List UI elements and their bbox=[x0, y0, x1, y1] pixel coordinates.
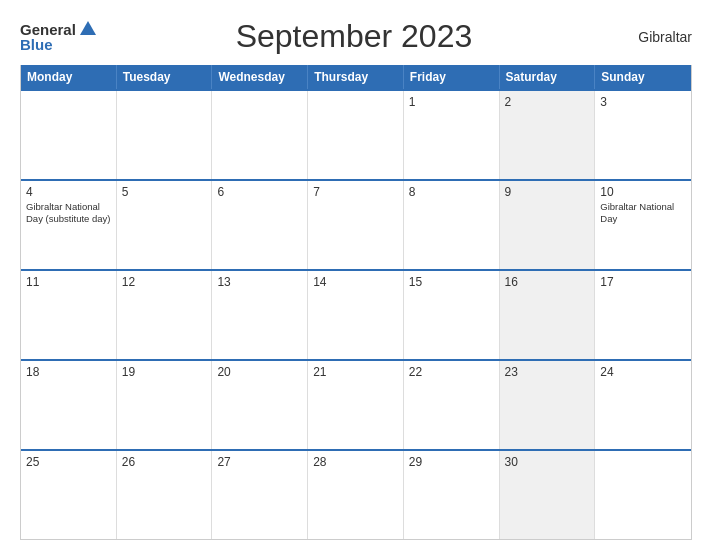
cal-cell: 30 bbox=[500, 451, 596, 539]
logo-triangle-icon bbox=[80, 21, 96, 35]
cal-cell bbox=[117, 91, 213, 179]
cal-cell: 23 bbox=[500, 361, 596, 449]
weekday-header: MondayTuesdayWednesdayThursdayFridaySatu… bbox=[21, 65, 691, 89]
week-row-2: 11121314151617 bbox=[21, 269, 691, 359]
day-number: 21 bbox=[313, 365, 398, 379]
event-label: Gibraltar National Day (substitute day) bbox=[26, 201, 111, 226]
cal-cell bbox=[595, 451, 691, 539]
cal-cell: 29 bbox=[404, 451, 500, 539]
week-row-0: 123 bbox=[21, 89, 691, 179]
day-number: 20 bbox=[217, 365, 302, 379]
weekday-header-saturday: Saturday bbox=[500, 65, 596, 89]
day-number: 5 bbox=[122, 185, 207, 199]
day-number: 17 bbox=[600, 275, 686, 289]
day-number: 16 bbox=[505, 275, 590, 289]
header: General Blue September 2023 Gibraltar bbox=[20, 18, 692, 55]
weekday-header-wednesday: Wednesday bbox=[212, 65, 308, 89]
weekday-header-tuesday: Tuesday bbox=[117, 65, 213, 89]
week-row-4: 252627282930 bbox=[21, 449, 691, 539]
calendar-title: September 2023 bbox=[96, 18, 612, 55]
cal-cell: 3 bbox=[595, 91, 691, 179]
day-number: 6 bbox=[217, 185, 302, 199]
day-number: 12 bbox=[122, 275, 207, 289]
day-number: 27 bbox=[217, 455, 302, 469]
logo-general: General bbox=[20, 22, 76, 37]
day-number: 26 bbox=[122, 455, 207, 469]
cal-cell: 8 bbox=[404, 181, 500, 269]
day-number: 8 bbox=[409, 185, 494, 199]
cal-cell: 11 bbox=[21, 271, 117, 359]
cal-cell: 25 bbox=[21, 451, 117, 539]
region-label: Gibraltar bbox=[612, 29, 692, 45]
cal-cell: 13 bbox=[212, 271, 308, 359]
cal-cell: 14 bbox=[308, 271, 404, 359]
cal-cell: 16 bbox=[500, 271, 596, 359]
day-number: 18 bbox=[26, 365, 111, 379]
cal-cell: 21 bbox=[308, 361, 404, 449]
cal-cell: 26 bbox=[117, 451, 213, 539]
cal-cell: 12 bbox=[117, 271, 213, 359]
cal-cell bbox=[21, 91, 117, 179]
cal-cell bbox=[308, 91, 404, 179]
day-number: 11 bbox=[26, 275, 111, 289]
cal-cell: 4Gibraltar National Day (substitute day) bbox=[21, 181, 117, 269]
day-number: 13 bbox=[217, 275, 302, 289]
cal-cell: 27 bbox=[212, 451, 308, 539]
weekday-header-thursday: Thursday bbox=[308, 65, 404, 89]
cal-cell bbox=[212, 91, 308, 179]
weekday-header-monday: Monday bbox=[21, 65, 117, 89]
cal-cell: 10Gibraltar National Day bbox=[595, 181, 691, 269]
week-row-1: 4Gibraltar National Day (substitute day)… bbox=[21, 179, 691, 269]
cal-cell: 6 bbox=[212, 181, 308, 269]
cal-cell: 18 bbox=[21, 361, 117, 449]
calendar-body: 1234Gibraltar National Day (substitute d… bbox=[21, 89, 691, 539]
day-number: 4 bbox=[26, 185, 111, 199]
day-number: 3 bbox=[600, 95, 686, 109]
cal-cell: 24 bbox=[595, 361, 691, 449]
cal-cell: 2 bbox=[500, 91, 596, 179]
cal-cell: 9 bbox=[500, 181, 596, 269]
cal-cell: 7 bbox=[308, 181, 404, 269]
cal-cell: 19 bbox=[117, 361, 213, 449]
day-number: 10 bbox=[600, 185, 686, 199]
week-row-3: 18192021222324 bbox=[21, 359, 691, 449]
day-number: 1 bbox=[409, 95, 494, 109]
cal-cell: 15 bbox=[404, 271, 500, 359]
weekday-header-friday: Friday bbox=[404, 65, 500, 89]
logo: General Blue bbox=[20, 22, 96, 52]
day-number: 28 bbox=[313, 455, 398, 469]
logo-blue: Blue bbox=[20, 37, 53, 52]
day-number: 14 bbox=[313, 275, 398, 289]
calendar: MondayTuesdayWednesdayThursdayFridaySatu… bbox=[20, 65, 692, 540]
day-number: 9 bbox=[505, 185, 590, 199]
day-number: 24 bbox=[600, 365, 686, 379]
cal-cell: 17 bbox=[595, 271, 691, 359]
day-number: 30 bbox=[505, 455, 590, 469]
day-number: 22 bbox=[409, 365, 494, 379]
day-number: 7 bbox=[313, 185, 398, 199]
day-number: 29 bbox=[409, 455, 494, 469]
cal-cell: 5 bbox=[117, 181, 213, 269]
calendar-page: General Blue September 2023 Gibraltar Mo… bbox=[0, 0, 712, 550]
day-number: 2 bbox=[505, 95, 590, 109]
event-label: Gibraltar National Day bbox=[600, 201, 686, 226]
cal-cell: 28 bbox=[308, 451, 404, 539]
weekday-header-sunday: Sunday bbox=[595, 65, 691, 89]
cal-cell: 20 bbox=[212, 361, 308, 449]
day-number: 15 bbox=[409, 275, 494, 289]
day-number: 23 bbox=[505, 365, 590, 379]
cal-cell: 22 bbox=[404, 361, 500, 449]
day-number: 25 bbox=[26, 455, 111, 469]
day-number: 19 bbox=[122, 365, 207, 379]
cal-cell: 1 bbox=[404, 91, 500, 179]
